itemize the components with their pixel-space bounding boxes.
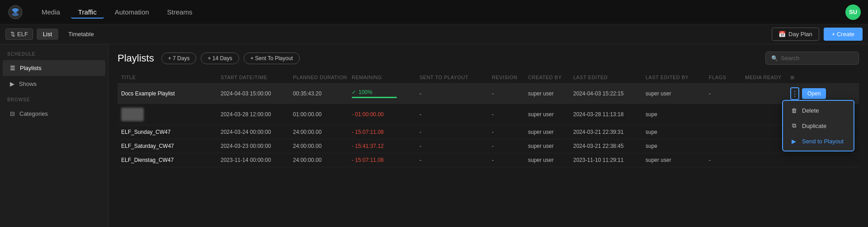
thumbnail: [121, 108, 144, 121]
row-4-created-by: super user: [528, 157, 573, 163]
table-row: Docs Example Playlist 2024-04-03 15:00:0…: [118, 84, 859, 104]
day-plan-label: Day Plan: [788, 31, 812, 38]
row-3-sent: -: [420, 143, 492, 149]
playlists-table: TITLE START DATE/TIME PLANNED DURATION R…: [118, 72, 859, 167]
row-4-last-edited: 2023-11-10 11:29:11: [573, 157, 646, 163]
row-4-sent: -: [420, 157, 492, 163]
tab-timetable[interactable]: Timetable: [62, 28, 100, 40]
row-2-planned: 24:00:00.00: [293, 129, 352, 135]
col-remaining: REMAINING: [352, 75, 420, 80]
row-1-sent: -: [420, 111, 492, 118]
sidebar-item-categories[interactable]: ⊟ Categories: [3, 106, 105, 122]
nav-item-traffic[interactable]: Traffic: [71, 5, 104, 19]
col-title: TITLE: [121, 75, 221, 80]
table-row: ELF_Dienstag_CW47 2023-11-14 00:00:00 24…: [118, 153, 859, 167]
col-sent: SENT TO PLAYOUT: [420, 75, 492, 80]
sidebar-item-shows[interactable]: ▶ Shows: [3, 76, 105, 92]
second-bar: ⇅ ELF List Timetable 📅 Day Plan + Create: [0, 24, 868, 44]
sidebar: SCHEDULE ☰ Playlists ▶ Shows BROWSE ⊟ Ca…: [0, 44, 108, 227]
elf-arrows-icon: ⇅: [10, 31, 15, 38]
table-row: ELF_Sunday_CW47 2024-03-24 00:00:00 24:0…: [118, 125, 859, 139]
row-4-flags: -: [709, 157, 745, 163]
row-1-remaining: - 01:00:00.00: [352, 111, 420, 118]
categories-label: Categories: [19, 110, 48, 117]
context-menu-send-playout[interactable]: ▶ Send to Playout: [783, 133, 854, 149]
content-header: Playlists + 7 Days + 14 Days + Sent To P…: [118, 52, 859, 65]
row-2-start: 2024-03-24 00:00:00: [221, 129, 293, 135]
table-row: 2024-03-28 12:00:00 01:00:00.00 - 01:00:…: [118, 104, 859, 125]
row-1-last-edited: 2024-03-28 11:13:18: [573, 111, 646, 118]
row-1-title: [121, 108, 221, 121]
row-0-start: 2024-04-03 15:00:00: [221, 90, 293, 97]
progress-text: 100%: [359, 89, 373, 95]
logo: [7, 4, 24, 20]
row-0-revision: -: [492, 90, 528, 97]
row-2-last-edited-by: supe: [646, 129, 709, 135]
row-2-remaining: - 15:07:11.08: [352, 129, 420, 135]
context-menu: 🗑 Delete ⧉ Duplicate ▶ Send to Playout: [782, 100, 854, 151]
tab-list[interactable]: List: [37, 28, 58, 40]
duplicate-label: Duplicate: [802, 123, 826, 129]
row-1-start: 2024-03-28 12:00:00: [221, 111, 293, 118]
row-2-created-by: super user: [528, 129, 573, 135]
row-0-last-edited: 2024-04-03 15:22:15: [573, 90, 646, 97]
table-row: ELF_Saturday_CW47 2024-03-23 00:00:00 24…: [118, 139, 859, 153]
row-3-remaining: - 15:41:37.12: [352, 143, 420, 149]
row-2-sent: -: [420, 129, 492, 135]
sidebar-item-playlists[interactable]: ☰ Playlists: [3, 60, 105, 76]
row-0-dots-button[interactable]: ⋮: [790, 87, 799, 100]
nav-item-media[interactable]: Media: [34, 5, 67, 19]
delete-label: Delete: [802, 107, 819, 114]
context-menu-duplicate[interactable]: ⧉ Duplicate: [783, 118, 854, 133]
browse-section-label: BROWSE: [0, 92, 108, 106]
avatar[interactable]: SU: [845, 5, 861, 20]
play-icon: ▶: [10, 80, 14, 87]
create-button[interactable]: + Create: [824, 28, 863, 41]
table-header: TITLE START DATE/TIME PLANNED DURATION R…: [118, 72, 859, 84]
sent-to-playout-filter-button[interactable]: + Sent To Playout: [244, 52, 300, 64]
row-2-title: ELF_Sunday_CW47: [121, 129, 221, 135]
day-plan-button[interactable]: 📅 Day Plan: [772, 28, 819, 41]
top-nav: Media Traffic Automation Streams SU: [0, 0, 868, 24]
main-layout: SCHEDULE ☰ Playlists ▶ Shows BROWSE ⊟ Ca…: [0, 44, 868, 227]
page-title: Playlists: [118, 52, 154, 64]
copy-icon: ⧉: [790, 122, 797, 129]
row-1-revision: -: [492, 111, 528, 118]
row-0-sent: -: [420, 90, 492, 97]
search-icon: 🔍: [771, 55, 778, 61]
row-3-revision: -: [492, 143, 528, 149]
row-3-start: 2024-03-23 00:00:00: [221, 143, 293, 149]
context-menu-delete[interactable]: 🗑 Delete: [783, 103, 854, 118]
row-3-title: ELF_Saturday_CW47: [121, 143, 221, 149]
tag-icon: ⊟: [10, 110, 15, 117]
row-1-last-edited-by: supe: [646, 111, 709, 118]
row-3-last-edited-by: supe: [646, 143, 709, 149]
elf-button[interactable]: ⇅ ELF: [5, 28, 33, 40]
nav-item-automation[interactable]: Automation: [108, 5, 156, 19]
fourteen-days-button[interactable]: + 14 Days: [201, 52, 239, 64]
elf-label: ELF: [17, 31, 28, 38]
seven-days-button[interactable]: + 7 Days: [161, 52, 197, 64]
calendar-icon: 📅: [778, 31, 786, 38]
send-icon: ▶: [790, 137, 797, 145]
second-bar-right: 📅 Day Plan + Create: [772, 28, 863, 41]
row-3-created-by: super user: [528, 143, 573, 149]
row-4-planned: 24:00:00.00: [293, 157, 352, 163]
trash-icon: 🗑: [790, 107, 797, 114]
row-0-actions: ⋮ Open: [790, 87, 808, 100]
row-2-last-edited: 2024-03-21 22:39:31: [573, 129, 646, 135]
search-box: 🔍: [765, 52, 859, 65]
col-revision: REVISION: [492, 75, 528, 80]
shows-label: Shows: [19, 80, 37, 87]
nav-item-streams[interactable]: Streams: [160, 5, 200, 19]
row-4-last-edited-by: super user: [646, 157, 709, 163]
row-4-title: ELF_Dienstag_CW47: [121, 157, 221, 163]
row-0-open-button[interactable]: Open: [802, 88, 826, 99]
row-0-planned: 00:35:43.20: [293, 90, 352, 97]
row-2-revision: -: [492, 129, 528, 135]
playlists-label: Playlists: [20, 65, 42, 71]
schedule-section-label: SCHEDULE: [0, 52, 108, 60]
list-icon: ☰: [10, 65, 15, 71]
col-media-ready: MEDIA READY: [745, 75, 790, 80]
search-input[interactable]: [781, 55, 853, 61]
